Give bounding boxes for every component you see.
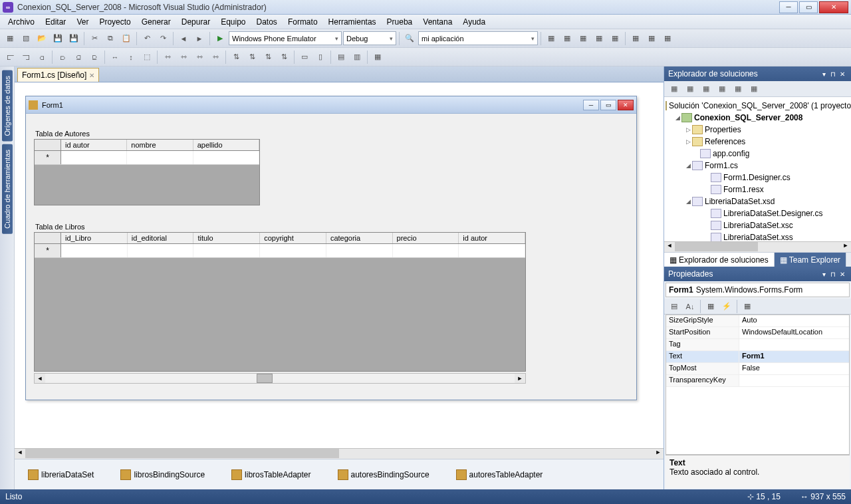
winform-form1[interactable]: Form1 ─ ▭ ✕ Tabla de Autores id autor no… xyxy=(25,96,637,400)
property-row[interactable]: StartPositionWindowsDefaultLocation xyxy=(666,327,849,339)
datagrid-autores[interactable]: id autor nombre apellido * xyxy=(34,139,260,205)
redo-icon[interactable]: ↷ xyxy=(156,31,170,46)
tree-form1resx[interactable]: Form1.resx xyxy=(666,184,850,195)
save-icon[interactable]: 💾 xyxy=(51,31,65,46)
se-tb6-icon[interactable]: ▦ xyxy=(747,82,761,96)
menu-formato[interactable]: Formato xyxy=(283,16,323,28)
tray-librosbindingsource[interactable]: librosBindingSource xyxy=(120,469,205,480)
se-tb5-icon[interactable]: ▦ xyxy=(731,82,745,96)
cell[interactable] xyxy=(193,244,260,257)
target-combo[interactable]: Windows Phone Emulator xyxy=(229,31,342,45)
pin-icon[interactable]: ⊓ xyxy=(828,271,838,278)
vspace-dec-icon[interactable]: ⇅ xyxy=(261,50,275,64)
se-tb4-icon[interactable]: ▦ xyxy=(715,82,729,96)
tab-team-explorer[interactable]: ▦Team Explorer xyxy=(775,253,846,267)
col-idautor[interactable]: id autor xyxy=(61,140,127,150)
tb-misc8-icon[interactable]: ▦ xyxy=(660,31,675,46)
tree-dsxss[interactable]: LibreriaDataSet.xss xyxy=(666,231,850,241)
new-row-icon[interactable]: * xyxy=(35,151,61,164)
property-grid[interactable]: SizeGripStyleAutoStartPositionWindowsDef… xyxy=(666,315,850,455)
cell[interactable] xyxy=(459,244,525,257)
bring-front-icon[interactable]: ▤ xyxy=(334,50,348,64)
property-row[interactable]: SizeGripStyleAuto xyxy=(666,315,849,327)
tb-misc2-icon[interactable]: ▦ xyxy=(560,31,574,46)
col-idlibro[interactable]: id_Libro xyxy=(61,233,128,243)
close-pane-icon[interactable]: ✕ xyxy=(838,70,847,78)
col-ideditorial[interactable]: id_editorial xyxy=(128,233,194,243)
pin-icon[interactable]: ⊓ xyxy=(828,70,838,78)
tree-form1cs[interactable]: ◢Form1.cs xyxy=(666,160,850,172)
center-h-icon[interactable]: ▭ xyxy=(297,50,312,64)
paste-icon[interactable]: 📋 xyxy=(119,31,134,46)
cell[interactable] xyxy=(128,244,194,257)
se-tb2-icon[interactable]: ▦ xyxy=(683,82,697,96)
alpha-sort-icon[interactable]: A↓ xyxy=(683,299,697,314)
tree-appconfig[interactable]: app.config xyxy=(666,148,850,160)
tray-autoresbindingsource[interactable]: autoresBindingSource xyxy=(338,469,429,480)
tb-misc4-icon[interactable]: ▦ xyxy=(592,31,606,46)
tray-libreriadataset[interactable]: libreriaDataSet xyxy=(28,469,94,480)
align-center-icon[interactable]: ⫎ xyxy=(19,50,33,64)
se-tb3-icon[interactable]: ▦ xyxy=(699,82,713,96)
align-top-icon[interactable]: ⫐ xyxy=(55,50,70,64)
col-categoria[interactable]: categoria xyxy=(326,233,393,243)
same-size-icon[interactable]: ⬚ xyxy=(140,50,154,64)
winform-min-icon[interactable]: ─ xyxy=(583,100,599,110)
winform-close-icon[interactable]: ✕ xyxy=(618,100,634,110)
tree-dsdesigner[interactable]: LibreriaDataSet.Designer.cs xyxy=(666,207,850,219)
tree-form1designer[interactable]: Form1.Designer.cs xyxy=(666,172,850,184)
grid-hscroll[interactable]: ◄► xyxy=(34,373,526,384)
menu-datos[interactable]: Datos xyxy=(251,16,283,28)
nav-fwd-icon[interactable]: ► xyxy=(192,31,207,46)
menu-editar[interactable]: Editar xyxy=(40,16,71,28)
new-row-icon[interactable]: * xyxy=(35,244,61,257)
menu-equipo[interactable]: Equipo xyxy=(215,16,251,28)
send-back-icon[interactable]: ▥ xyxy=(350,50,364,64)
tray-librostableadapter[interactable]: librosTableAdapter xyxy=(231,469,310,480)
dropdown-icon[interactable]: ▾ xyxy=(819,271,828,278)
menu-archivo[interactable]: Archivo xyxy=(3,16,40,28)
config-combo[interactable]: Debug xyxy=(343,31,396,45)
menu-depurar[interactable]: Depurar xyxy=(176,16,215,28)
hspace-dec-icon[interactable]: ⇿ xyxy=(192,50,207,64)
menu-ventana[interactable]: Ventana xyxy=(418,16,457,28)
align-bottom-icon[interactable]: ⫒ xyxy=(87,50,102,64)
property-row[interactable]: TransparencyKey xyxy=(666,375,849,387)
property-row[interactable]: TopMostFalse xyxy=(666,363,849,375)
find-icon[interactable]: 🔍 xyxy=(402,31,417,46)
tab-order-icon[interactable]: ▦ xyxy=(370,50,385,64)
prop-pages-icon[interactable]: ▦ xyxy=(740,299,755,314)
start-debug-icon[interactable]: ▶ xyxy=(213,31,227,46)
tab-cuadro-herramientas[interactable]: Cuadro de herramientas xyxy=(2,144,13,234)
col-idautor2[interactable]: id autor xyxy=(459,233,525,243)
align-right-icon[interactable]: ⫏ xyxy=(35,50,49,64)
same-height-icon[interactable]: ↕ xyxy=(124,50,138,64)
menu-prueba[interactable]: Prueba xyxy=(382,16,418,28)
add-item-icon[interactable]: ▧ xyxy=(19,31,33,46)
tree-solution[interactable]: Solución 'Conexion_SQL_Server_2008' (1 p… xyxy=(666,100,850,112)
find-combo[interactable]: mi aplicación xyxy=(418,31,538,45)
hspace-rem-icon[interactable]: ⇿ xyxy=(208,50,223,64)
tb-misc1-icon[interactable]: ▦ xyxy=(544,31,558,46)
menu-herramientas[interactable]: Herramientas xyxy=(323,16,382,28)
tab-explorador-soluciones[interactable]: ▦Explorador de soluciones xyxy=(664,253,775,267)
center-v-icon[interactable]: ▯ xyxy=(313,50,328,64)
col-nombre[interactable]: nombre xyxy=(127,140,193,150)
solution-tree[interactable]: Solución 'Conexion_SQL_Server_2008' (1 p… xyxy=(664,97,851,241)
save-all-icon[interactable]: 💾 xyxy=(66,31,81,46)
property-row[interactable]: Tag xyxy=(666,339,849,351)
col-apellido[interactable]: apellido xyxy=(193,140,259,150)
dropdown-icon[interactable]: ▾ xyxy=(819,70,828,78)
tb-misc3-icon[interactable]: ▦ xyxy=(576,31,590,46)
same-width-icon[interactable]: ↔ xyxy=(108,50,122,64)
new-project-icon[interactable]: ▦ xyxy=(3,31,17,46)
cut-icon[interactable]: ✂ xyxy=(87,31,102,46)
menu-ver[interactable]: Ver xyxy=(71,16,94,28)
tree-references[interactable]: ▷References xyxy=(666,136,850,148)
col-titulo[interactable]: titulo xyxy=(193,233,260,243)
menu-proyecto[interactable]: Proyecto xyxy=(94,16,136,28)
close-tab-icon[interactable]: ✕ xyxy=(89,72,94,79)
tb-misc6-icon[interactable]: ▦ xyxy=(628,31,643,46)
categorized-icon[interactable]: ▤ xyxy=(667,299,681,314)
property-row[interactable]: TextForm1 xyxy=(666,351,849,363)
